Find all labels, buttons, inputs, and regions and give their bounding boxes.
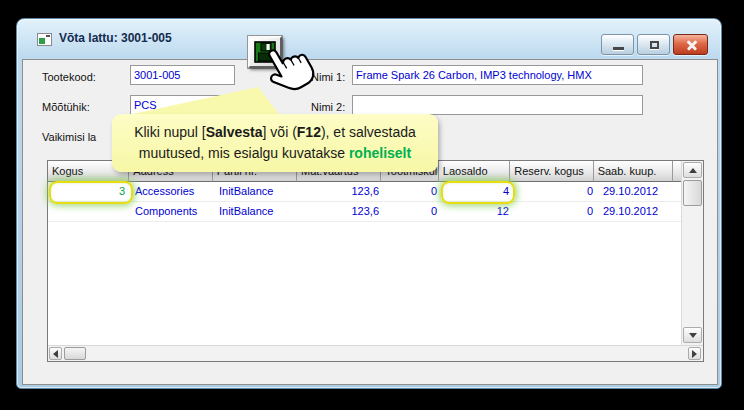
column-header-saab-kuup[interactable]: Saab. kuup. [594, 161, 673, 182]
callout-tooltip: Kliki nupul [Salvesta] või (F12), et sal… [112, 114, 438, 172]
close-button[interactable] [673, 34, 708, 55]
cell-partii-nr[interactable]: InitBalance [214, 202, 299, 222]
cell-reserv-kogus[interactable]: 0 [514, 182, 598, 202]
vertical-scroll-thumb[interactable] [683, 180, 702, 206]
horizontal-scrollbar[interactable] [48, 345, 703, 361]
mootuhik-label: Mõõtühik: [42, 101, 90, 113]
table-row[interactable]: Components InitBalance 123,6 0 12 0 29.1… [48, 202, 681, 222]
callout-text-bold: F12 [297, 124, 321, 140]
scroll-down-button[interactable] [683, 327, 702, 343]
vaikimisi-ladu-label: Vaikimisi la [42, 131, 96, 143]
vertical-scrollbar[interactable] [681, 161, 703, 345]
column-header-filler [673, 161, 681, 182]
minimize-icon [613, 47, 624, 50]
cell-laosaldo[interactable]: 4 [442, 182, 514, 202]
table-row[interactable]: 3 Accessories InitBalance 123,6 0 4 0 29… [48, 182, 681, 202]
nimi2-field[interactable] [352, 95, 643, 115]
arrow-right-icon [692, 350, 697, 358]
cell-laosaldo[interactable]: 12 [442, 202, 514, 222]
maximize-button[interactable] [637, 34, 670, 55]
cell-saab-kuup[interactable]: 29.10.2012 [598, 202, 678, 222]
cell-mat-vaartus[interactable]: 123,6 [299, 182, 384, 202]
screenshot-background: Võta lattu: 3001-005 Tootekood: 3001-005… [0, 0, 744, 410]
cell-kogus[interactable]: 3 [48, 182, 130, 202]
cell-mat-vaartus[interactable]: 123,6 [299, 202, 384, 222]
cell-tootmiskulu[interactable]: 0 [384, 202, 442, 222]
window-title: Võta lattu: 3001-005 [59, 31, 172, 45]
arrow-up-icon [689, 168, 697, 173]
minimize-button[interactable] [601, 34, 634, 55]
scroll-right-button[interactable] [688, 347, 701, 360]
column-header-laosaldo[interactable]: Laosaldo [439, 161, 510, 182]
cell-kogus[interactable] [48, 202, 130, 222]
cell-tootmiskulu[interactable]: 0 [384, 182, 442, 202]
tootekood-label: Tootekood: [42, 71, 96, 83]
callout-text-bold: Salvesta [206, 124, 263, 140]
cell-partii-nr[interactable]: InitBalance [214, 182, 299, 202]
nimi2-label: Nimi 2: [311, 101, 345, 113]
callout-text: ] või ( [263, 124, 297, 140]
nimi1-field[interactable]: Frame Spark 26 Carbon, IMP3 technology, … [352, 65, 643, 85]
callout-text-green: roheliselt [349, 145, 411, 161]
cell-aadress[interactable]: Accessories [130, 182, 214, 202]
column-header-reserv-kogus[interactable]: Reserv. kogus [510, 161, 593, 182]
cell-aadress[interactable]: Components [130, 202, 214, 222]
arrow-down-icon [689, 333, 697, 338]
callout-text: muutused, mis esialgu kuvatakse [139, 145, 349, 161]
callout-text: Kliki nupul [ [134, 124, 206, 140]
app-window: Võta lattu: 3001-005 Tootekood: 3001-005… [16, 18, 722, 389]
cell-saab-kuup[interactable]: 29.10.2012 [598, 182, 678, 202]
scroll-up-button[interactable] [683, 162, 702, 178]
cell-reserv-kogus[interactable]: 0 [514, 202, 598, 222]
callout-text: ), et salvestada [321, 124, 416, 140]
stock-levels-table: Kogus Aadress Partii nr. Mat.väärtus Too… [47, 160, 704, 362]
window-icon [37, 33, 52, 46]
scroll-left-button[interactable] [49, 347, 62, 360]
title-bar[interactable]: Võta lattu: 3001-005 [17, 19, 721, 59]
arrow-left-icon [53, 350, 58, 358]
maximize-icon [650, 41, 659, 49]
horizontal-scroll-thumb[interactable] [64, 347, 86, 360]
